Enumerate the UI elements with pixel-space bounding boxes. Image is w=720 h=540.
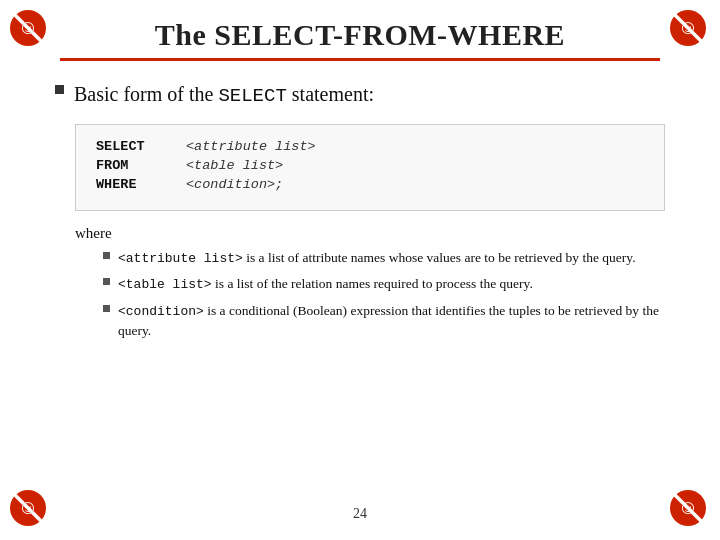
- sub-code-3: <condition>: [118, 304, 204, 319]
- sql-keyword-from: FROM: [96, 158, 166, 173]
- sub-bullet-2: <table list> is a list of the relation n…: [103, 274, 665, 295]
- sub-text-1: is a list of attribute names whose value…: [243, 250, 636, 265]
- sql-row-select: SELECT <attribute list>: [96, 139, 644, 154]
- bullet-suffix: statement:: [287, 83, 374, 105]
- slide: ☺ ☺ ☺ ☺ The SELECT-FROM-WHERE: [0, 0, 720, 540]
- bullet-prefix: Basic form of the: [74, 83, 218, 105]
- title-underline: [60, 58, 660, 61]
- select-keyword: SELECT: [218, 85, 286, 107]
- sub-code-1: <attribute list>: [118, 251, 243, 266]
- page-number: 24: [353, 506, 367, 522]
- corner-icon-bottom-right: ☺: [668, 488, 712, 532]
- sub-text-2: is a list of the relation names required…: [212, 276, 533, 291]
- sub-bullet-3: <condition> is a conditional (Boolean) e…: [103, 301, 665, 342]
- sub-bullet-text-2: <table list> is a list of the relation n…: [118, 274, 533, 295]
- sql-syntax-box: SELECT <attribute list> FROM <table list…: [75, 124, 665, 211]
- sub-bullets-list: <attribute list> is a list of attribute …: [103, 248, 665, 342]
- sql-row-where: WHERE <condition>;: [96, 177, 644, 192]
- where-label: where: [75, 225, 665, 242]
- sub-bullet-1: <attribute list> is a list of attribute …: [103, 248, 665, 269]
- sql-keyword-select: SELECT: [96, 139, 166, 154]
- sub-bullet-marker-2: [103, 278, 110, 285]
- sql-placeholder-where: <condition>;: [186, 177, 283, 192]
- content-area: Basic form of the SELECT statement: SELE…: [55, 80, 665, 347]
- sub-bullet-marker-3: [103, 305, 110, 312]
- sql-placeholder-from: <table list>: [186, 158, 283, 173]
- sub-bullet-text-1: <attribute list> is a list of attribute …: [118, 248, 636, 269]
- sub-bullet-marker-1: [103, 252, 110, 259]
- sql-placeholder-select: <attribute list>: [186, 139, 316, 154]
- where-block: where <attribute list> is a list of attr…: [75, 225, 665, 342]
- sub-bullet-text-3: <condition> is a conditional (Boolean) e…: [118, 301, 665, 342]
- corner-icon-bottom-left: ☺: [8, 488, 52, 532]
- bullet-text: Basic form of the SELECT statement:: [74, 80, 374, 110]
- main-bullet: Basic form of the SELECT statement:: [55, 80, 665, 110]
- title-section: The SELECT-FROM-WHERE: [0, 0, 720, 67]
- sub-code-2: <table list>: [118, 277, 212, 292]
- sql-row-from: FROM <table list>: [96, 158, 644, 173]
- sql-keyword-where: WHERE: [96, 177, 166, 192]
- bullet-marker: [55, 85, 64, 94]
- slide-title: The SELECT-FROM-WHERE: [0, 18, 720, 52]
